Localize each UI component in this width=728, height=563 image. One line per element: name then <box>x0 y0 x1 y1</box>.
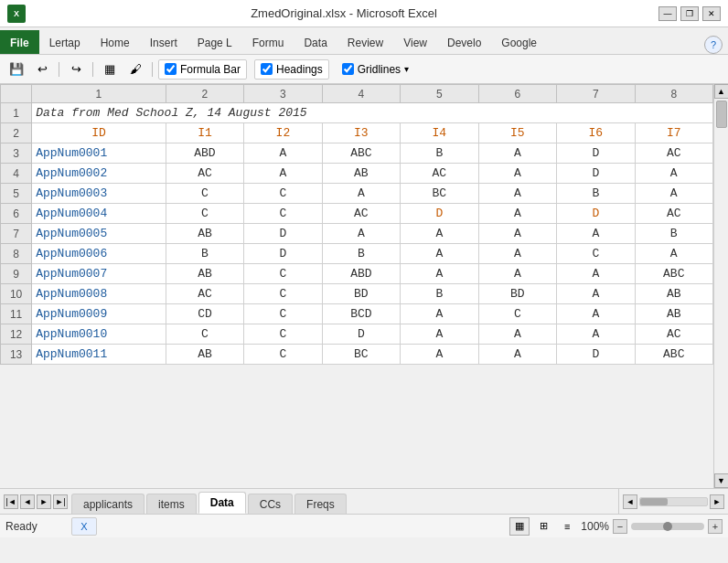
help-icon[interactable]: ? <box>704 36 723 54</box>
cell-10-1[interactable]: AppNum0008 <box>32 284 166 304</box>
redo-button[interactable]: ↪ <box>65 58 87 80</box>
close-button[interactable]: ✕ <box>702 6 721 21</box>
grid-wrapper[interactable]: 1 2 3 4 5 6 7 8 1 Data from Med School Z… <box>0 84 713 488</box>
row1-merged-cell[interactable]: Data from Med School Z, 14 August 2015 <box>32 103 713 123</box>
gridlines-checkbox[interactable] <box>342 63 354 75</box>
cell-5-8[interactable]: A <box>635 184 712 204</box>
cell-8-7[interactable]: C <box>557 244 635 264</box>
tab-review[interactable]: Review <box>337 30 393 54</box>
cell-9-6[interactable]: A <box>478 264 556 284</box>
tab-data[interactable]: Data <box>294 30 337 54</box>
cell-6-8[interactable]: AC <box>635 204 712 224</box>
cell-2-8[interactable]: I7 <box>635 123 712 143</box>
page-break-view-button[interactable]: ≡ <box>557 517 577 536</box>
cell-10-8[interactable]: AB <box>635 284 712 304</box>
minimize-button[interactable]: — <box>658 6 677 21</box>
cell-7-5[interactable]: A <box>401 224 478 244</box>
tab-file[interactable]: File <box>0 30 39 54</box>
cell-13-8[interactable]: ABC <box>635 345 712 365</box>
zoom-in-button[interactable]: + <box>708 519 723 534</box>
cell-2-3[interactable]: I2 <box>244 123 322 143</box>
tab-lertap[interactable]: Lertap <box>39 30 91 54</box>
cell-10-5[interactable]: B <box>401 284 478 304</box>
sheet-tab-applicants[interactable]: applicants <box>71 494 145 514</box>
col-header-1[interactable]: 1 <box>32 85 166 103</box>
scroll-thumb[interactable] <box>716 101 727 128</box>
tab-page-layout[interactable]: Page L <box>187 30 242 54</box>
cell-7-8[interactable]: B <box>635 224 712 244</box>
col-header-4[interactable]: 4 <box>322 85 400 103</box>
cell-7-4[interactable]: A <box>322 224 400 244</box>
cell-11-8[interactable]: AB <box>635 304 712 324</box>
tab-formulas[interactable]: Formu <box>242 30 294 54</box>
cell-10-3[interactable]: C <box>244 284 322 304</box>
cell-4-5[interactable]: AC <box>401 164 478 184</box>
cell-12-4[interactable]: D <box>322 324 400 345</box>
cell-3-4[interactable]: ABC <box>322 143 400 164</box>
tab-view[interactable]: View <box>393 30 437 54</box>
cell-3-5[interactable]: B <box>401 143 478 164</box>
cell-2-4[interactable]: I3 <box>322 123 400 143</box>
cell-2-1[interactable]: ID <box>32 123 166 143</box>
cell-9-8[interactable]: ABC <box>635 264 712 284</box>
last-sheet-button[interactable]: ►| <box>53 494 68 509</box>
cell-5-5[interactable]: BC <box>401 184 478 204</box>
cell-2-7[interactable]: I6 <box>557 123 635 143</box>
tab-google[interactable]: Google <box>491 30 547 54</box>
quick-access-button[interactable]: ▦ <box>99 58 121 80</box>
cell-9-5[interactable]: A <box>401 264 478 284</box>
tab-home[interactable]: Home <box>91 30 140 54</box>
cell-4-1[interactable]: AppNum0002 <box>32 164 166 184</box>
cell-8-6[interactable]: A <box>478 244 556 264</box>
cell-11-5[interactable]: A <box>401 304 478 324</box>
cell-9-4[interactable]: ABD <box>322 264 400 284</box>
cell-3-1[interactable]: AppNum0001 <box>32 143 166 164</box>
col-header-2[interactable]: 2 <box>166 85 243 103</box>
scroll-right-button[interactable]: ► <box>710 494 724 509</box>
cell-7-6[interactable]: A <box>478 224 556 244</box>
horizontal-scrollbar[interactable]: ◄ ► <box>618 489 728 514</box>
sheet-tab-ccs[interactable]: CCs <box>248 494 293 514</box>
tab-insert[interactable]: Insert <box>140 30 187 54</box>
cell-6-6[interactable]: A <box>478 204 556 224</box>
hscroll-thumb[interactable] <box>640 498 668 505</box>
cell-6-3[interactable]: C <box>244 204 322 224</box>
page-layout-view-button[interactable]: ⊞ <box>533 517 553 536</box>
cell-3-3[interactable]: A <box>244 143 322 164</box>
cell-4-6[interactable]: A <box>478 164 556 184</box>
prev-sheet-button[interactable]: ◄ <box>20 494 35 509</box>
cell-5-4[interactable]: A <box>322 184 400 204</box>
cell-12-1[interactable]: AppNum0010 <box>32 324 166 345</box>
cell-13-3[interactable]: C <box>244 345 322 365</box>
sheet-tab-items[interactable]: items <box>146 494 197 514</box>
scroll-down-button[interactable]: ▼ <box>714 473 729 488</box>
vertical-scrollbar[interactable]: ▲ ▼ <box>713 84 728 488</box>
cell-6-5[interactable]: D <box>401 204 478 224</box>
col-header-3[interactable]: 3 <box>244 85 322 103</box>
cell-4-3[interactable]: A <box>244 164 322 184</box>
zoom-slider[interactable] <box>631 523 704 530</box>
cell-11-6[interactable]: C <box>478 304 556 324</box>
cell-4-2[interactable]: AC <box>166 164 243 184</box>
cell-12-3[interactable]: C <box>244 324 322 345</box>
first-sheet-button[interactable]: |◄ <box>4 494 18 509</box>
cell-11-3[interactable]: C <box>244 304 322 324</box>
cell-4-4[interactable]: AB <box>322 164 400 184</box>
scroll-left-button[interactable]: ◄ <box>623 494 637 509</box>
cell-3-2[interactable]: ABD <box>166 143 243 164</box>
cell-2-2[interactable]: I1 <box>166 123 243 143</box>
cell-12-5[interactable]: A <box>401 324 478 345</box>
cell-13-6[interactable]: A <box>478 345 556 365</box>
next-sheet-button[interactable]: ► <box>37 494 51 509</box>
cell-5-2[interactable]: C <box>166 184 243 204</box>
cell-12-6[interactable]: A <box>478 324 556 345</box>
cell-2-5[interactable]: I4 <box>401 123 478 143</box>
zoom-out-button[interactable]: − <box>613 519 627 534</box>
maximize-button[interactable]: ❐ <box>680 6 699 21</box>
cell-11-4[interactable]: BCD <box>322 304 400 324</box>
cell-6-4[interactable]: AC <box>322 204 400 224</box>
cell-12-7[interactable]: A <box>557 324 635 345</box>
cell-13-4[interactable]: BC <box>322 345 400 365</box>
cell-4-7[interactable]: D <box>557 164 635 184</box>
zoom-slider-thumb[interactable] <box>663 522 672 531</box>
